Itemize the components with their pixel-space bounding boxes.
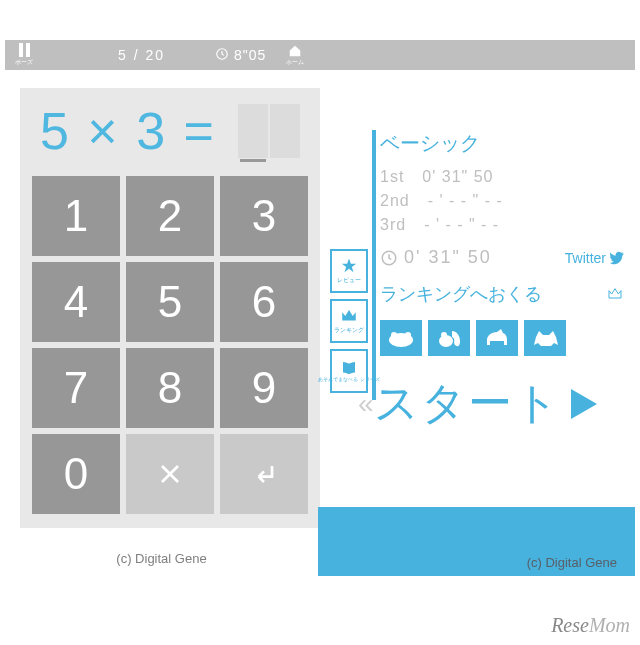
book-icon — [339, 359, 359, 377]
keypad-panel: 5 × 3 = 1 2 3 4 5 6 7 8 9 0 — [20, 88, 320, 528]
review-label: レビュー — [337, 276, 361, 285]
crown-icon — [339, 307, 359, 325]
review-button[interactable]: レビュー — [330, 249, 368, 293]
key-4[interactable]: 4 — [32, 262, 120, 342]
side-buttons: レビュー ランキング あそんでまなべる シリーズ — [330, 249, 368, 393]
home-icon — [287, 44, 303, 58]
answer-cell-1[interactable] — [238, 104, 268, 158]
key-clear[interactable] — [126, 434, 214, 514]
home-label: ホーム — [286, 58, 304, 67]
answer-cell-2[interactable] — [270, 104, 300, 158]
footer-right: (c) Digital Gene — [318, 507, 635, 576]
start-button[interactable]: スタート — [374, 374, 599, 433]
animal-horse[interactable] — [476, 320, 518, 356]
animal-hippo[interactable] — [380, 320, 422, 356]
rank-list: 1st0' 31" 50 2nd- ' - - " - - 3rd- ' - -… — [380, 165, 625, 237]
best-time: 0' 31" 50 — [404, 247, 492, 268]
rank-row: 3rd- ' - - " - - — [380, 213, 625, 237]
send-to-ranking[interactable]: ランキングへおくる — [380, 282, 625, 306]
key-6[interactable]: 6 — [220, 262, 308, 342]
key-2[interactable]: 2 — [126, 176, 214, 256]
crown-icon — [605, 286, 625, 302]
twitter-icon — [609, 251, 625, 265]
equation-text: 5 × 3 = — [40, 101, 234, 161]
answer-cells — [238, 104, 300, 158]
key-3[interactable]: 3 — [220, 176, 308, 256]
ranking-button[interactable]: ランキング — [330, 299, 368, 343]
footer-left: (c) Digital Gene — [5, 540, 318, 576]
series-button[interactable]: あそんでまなべる シリーズ — [330, 349, 368, 393]
x-icon — [154, 458, 186, 490]
clock-icon — [380, 249, 398, 267]
top-bar: ポーズ 5 / 20 8"05 ホーム — [5, 40, 635, 70]
elapsed-time: 8"05 — [234, 47, 266, 63]
keypad: 1 2 3 4 5 6 7 8 9 0 — [32, 176, 308, 514]
watermark: ReseMom — [551, 614, 630, 637]
key-9[interactable]: 9 — [220, 348, 308, 428]
ranking-label: ランキング — [334, 326, 364, 335]
animal-squirrel[interactable] — [428, 320, 470, 356]
key-8[interactable]: 8 — [126, 348, 214, 428]
mode-title: ベーシック — [380, 130, 625, 157]
svg-point-4 — [405, 332, 411, 338]
divider — [372, 130, 376, 400]
key-enter[interactable] — [220, 434, 308, 514]
play-icon — [569, 387, 599, 421]
rank-row: 1st0' 31" 50 — [380, 165, 625, 189]
home-button[interactable]: ホーム — [286, 44, 304, 67]
key-7[interactable]: 7 — [32, 348, 120, 428]
best-time-row: 0' 31" 50 Twitter — [380, 247, 625, 268]
key-5[interactable]: 5 — [126, 262, 214, 342]
enter-icon — [248, 458, 280, 490]
animal-wolf[interactable] — [524, 320, 566, 356]
pause-icon — [19, 43, 30, 57]
clock-icon — [215, 47, 229, 64]
svg-point-6 — [441, 332, 447, 338]
equation: 5 × 3 = — [40, 96, 300, 166]
pause-label: ポーズ — [15, 58, 33, 67]
star-icon — [339, 257, 359, 275]
chevron-left-icon[interactable]: « — [358, 388, 366, 420]
result-panel: ベーシック 1st0' 31" 50 2nd- ' - - " - - 3rd-… — [380, 130, 625, 433]
series-label: あそんでまなべる シリーズ — [318, 378, 379, 383]
progress-counter: 5 / 20 — [118, 47, 165, 63]
twitter-share[interactable]: Twitter — [565, 250, 625, 266]
key-1[interactable]: 1 — [32, 176, 120, 256]
svg-point-3 — [391, 332, 397, 338]
animal-icons — [380, 320, 625, 356]
key-0[interactable]: 0 — [32, 434, 120, 514]
rank-row: 2nd- ' - - " - - — [380, 189, 625, 213]
pause-button[interactable]: ポーズ — [15, 43, 33, 67]
